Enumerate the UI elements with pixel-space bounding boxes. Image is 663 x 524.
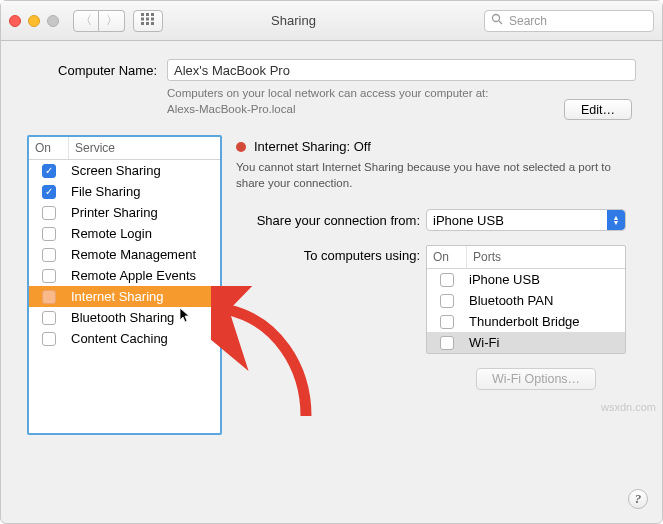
- service-label: Printer Sharing: [69, 205, 220, 220]
- service-row[interactable]: Internet Sharing: [29, 286, 220, 307]
- window-title: Sharing: [111, 13, 476, 28]
- search-input[interactable]: Search: [484, 10, 654, 32]
- share-from-value: iPhone USB: [433, 213, 504, 228]
- main-row: On Service ✓Screen Sharing✓File SharingP…: [27, 135, 636, 435]
- computer-name-field[interactable]: Alex's MacBook Pro: [167, 59, 636, 81]
- service-label: File Sharing: [69, 184, 220, 199]
- port-label: Bluetooth PAN: [467, 293, 625, 308]
- svg-line-10: [499, 21, 502, 24]
- services-list[interactable]: On Service ✓Screen Sharing✓File SharingP…: [27, 135, 222, 435]
- service-checkbox[interactable]: [42, 269, 56, 283]
- detail-pane: Internet Sharing: Off You cannot start I…: [236, 135, 636, 435]
- prefs-window: 〈 〉 Sharing Search Computer Name: Alex's…: [0, 0, 663, 524]
- service-row[interactable]: ✓Screen Sharing: [29, 160, 220, 181]
- ports-header-on: On: [427, 246, 467, 268]
- service-checkbox[interactable]: [42, 206, 56, 220]
- status-title: Internet Sharing: Off: [254, 139, 371, 154]
- to-computers-row: To computers using: On Ports iPhone USBB…: [236, 245, 636, 354]
- status-dot-icon: [236, 142, 246, 152]
- watermark: wsxdn.com: [601, 401, 656, 413]
- port-row[interactable]: Bluetooth PAN: [427, 290, 625, 311]
- share-from-label: Share your connection from:: [236, 213, 426, 228]
- service-row[interactable]: ✓File Sharing: [29, 181, 220, 202]
- titlebar: 〈 〉 Sharing Search: [1, 1, 662, 41]
- close-icon[interactable]: [9, 15, 21, 27]
- window-controls: [9, 15, 59, 27]
- service-label: Content Caching: [69, 331, 220, 346]
- service-checkbox[interactable]: [42, 290, 56, 304]
- service-checkbox[interactable]: [42, 248, 56, 262]
- service-row[interactable]: Remote Management: [29, 244, 220, 265]
- computer-name-label: Computer Name:: [27, 63, 157, 78]
- service-row[interactable]: Remote Apple Events: [29, 265, 220, 286]
- status-row: Internet Sharing: Off: [236, 139, 636, 154]
- services-header: On Service: [29, 137, 220, 160]
- search-placeholder: Search: [509, 14, 547, 28]
- services-header-on: On: [29, 137, 69, 159]
- service-label: Internet Sharing: [69, 289, 220, 304]
- share-from-select[interactable]: iPhone USB ▲▼: [426, 209, 626, 231]
- computer-name-row: Computer Name: Alex's MacBook Pro: [27, 59, 636, 81]
- search-icon: [491, 13, 503, 28]
- service-row[interactable]: Printer Sharing: [29, 202, 220, 223]
- service-checkbox[interactable]: [42, 332, 56, 346]
- help-button[interactable]: ?: [628, 489, 648, 509]
- zoom-icon[interactable]: [47, 15, 59, 27]
- back-button[interactable]: 〈: [73, 10, 99, 32]
- chevron-updown-icon: ▲▼: [607, 210, 625, 230]
- service-checkbox[interactable]: ✓: [42, 164, 56, 178]
- wifi-options-button[interactable]: Wi-Fi Options…: [476, 368, 596, 390]
- port-row[interactable]: iPhone USB: [427, 269, 625, 290]
- service-label: Remote Management: [69, 247, 220, 262]
- service-checkbox[interactable]: ✓: [42, 185, 56, 199]
- port-label: Thunderbolt Bridge: [467, 314, 625, 329]
- to-computers-label: To computers using:: [236, 245, 426, 263]
- ports-header: On Ports: [427, 246, 625, 269]
- service-row[interactable]: Bluetooth Sharing: [29, 307, 220, 328]
- ports-list[interactable]: On Ports iPhone USBBluetooth PANThunderb…: [426, 245, 626, 354]
- port-checkbox[interactable]: [440, 273, 454, 287]
- content-area: Computer Name: Alex's MacBook Pro Comput…: [1, 41, 662, 447]
- edit-button[interactable]: Edit…: [564, 99, 632, 120]
- minimize-icon[interactable]: [28, 15, 40, 27]
- port-row[interactable]: Wi-Fi: [427, 332, 625, 353]
- service-checkbox[interactable]: [42, 311, 56, 325]
- service-checkbox[interactable]: [42, 227, 56, 241]
- services-header-service: Service: [69, 137, 220, 159]
- port-checkbox[interactable]: [440, 294, 454, 308]
- service-row[interactable]: Remote Login: [29, 223, 220, 244]
- ports-header-ports: Ports: [467, 246, 625, 268]
- chevron-left-icon: 〈: [80, 12, 92, 29]
- service-label: Screen Sharing: [69, 163, 220, 178]
- service-label: Remote Login: [69, 226, 220, 241]
- service-label: Bluetooth Sharing: [69, 310, 220, 325]
- port-label: iPhone USB: [467, 272, 625, 287]
- status-description: You cannot start Internet Sharing becaus…: [236, 160, 636, 191]
- port-checkbox[interactable]: [440, 315, 454, 329]
- computer-name-hint: Computers on your local network can acce…: [167, 86, 527, 117]
- port-checkbox[interactable]: [440, 336, 454, 350]
- port-label: Wi-Fi: [467, 335, 625, 350]
- share-from-row: Share your connection from: iPhone USB ▲…: [236, 209, 636, 231]
- service-label: Remote Apple Events: [69, 268, 220, 283]
- svg-point-9: [493, 15, 500, 22]
- service-row[interactable]: Content Caching: [29, 328, 220, 349]
- port-row[interactable]: Thunderbolt Bridge: [427, 311, 625, 332]
